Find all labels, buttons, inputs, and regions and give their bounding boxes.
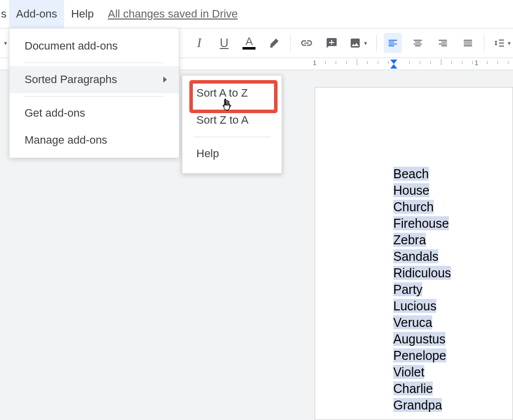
svg-rect-1 bbox=[329, 42, 334, 43]
submenu-separator bbox=[193, 137, 271, 137]
dropdown-document-addons[interactable]: Document add-ons bbox=[10, 33, 179, 60]
indent-marker-top[interactable] bbox=[390, 60, 397, 64]
submenu-sort-za[interactable]: Sort Z to A bbox=[182, 107, 282, 134]
submenu-sorted-paragraphs: Sort A to Z Sort Z to A Help bbox=[182, 75, 282, 174]
linespacing-icon bbox=[493, 37, 505, 49]
doc-word: Beach bbox=[393, 166, 512, 182]
doc-word: Sandals bbox=[393, 248, 512, 265]
doc-word: Firehouse bbox=[393, 215, 512, 232]
ruler-number: 1 bbox=[474, 59, 478, 67]
chevron-right-icon bbox=[163, 77, 167, 83]
doc-word: Penelope bbox=[393, 347, 512, 364]
underline-icon: U bbox=[220, 36, 228, 50]
alignleft-button[interactable] bbox=[384, 33, 402, 53]
dropdown-separator bbox=[25, 96, 164, 97]
menubar: s Add-ons Help All changes saved in Driv… bbox=[0, 0, 513, 28]
alignjustify-icon bbox=[462, 38, 473, 49]
chevron-down-icon[interactable]: ▼ bbox=[3, 41, 8, 46]
document-page[interactable]: Beach House Church Firehouse Zebra Sanda… bbox=[315, 87, 513, 420]
indent-marker-bottom[interactable] bbox=[390, 64, 397, 69]
doc-word: Veruca bbox=[393, 314, 512, 331]
alignleft-icon bbox=[387, 38, 398, 49]
dropdown-get-addons[interactable]: Get add-ons bbox=[10, 100, 179, 127]
dropdown-item-label: Sorted Paragraphs bbox=[25, 73, 117, 86]
ruler-number: 1 bbox=[313, 59, 316, 67]
chevron-down-icon: ▼ bbox=[363, 41, 368, 46]
alignright-icon bbox=[437, 38, 448, 49]
dropdown-manage-addons[interactable]: Manage add-ons bbox=[10, 127, 179, 154]
comment-icon bbox=[326, 37, 338, 49]
dropdown-separator bbox=[25, 63, 164, 63]
textcolor-icon: A bbox=[242, 37, 255, 50]
doc-word: Charlie bbox=[393, 380, 512, 397]
alignjustify-button[interactable] bbox=[459, 33, 477, 53]
toolbar-separator bbox=[376, 35, 377, 51]
linespacing-button[interactable]: ▼ bbox=[491, 33, 513, 53]
underline-button[interactable]: U bbox=[215, 33, 233, 53]
italic-icon: I bbox=[197, 36, 201, 51]
doc-word: Violet bbox=[393, 364, 512, 380]
alignright-button[interactable] bbox=[434, 33, 452, 53]
toolbar-separator bbox=[290, 35, 291, 51]
submenu-sort-az[interactable]: Sort A to Z bbox=[182, 80, 282, 107]
link-icon bbox=[300, 37, 313, 50]
toolbar-separator bbox=[484, 35, 484, 51]
doc-word: Ridiculous bbox=[393, 265, 512, 281]
menu-help[interactable]: Help bbox=[64, 0, 101, 28]
submenu-help[interactable]: Help bbox=[182, 140, 282, 167]
save-status[interactable]: All changes saved in Drive bbox=[108, 8, 237, 21]
aligncenter-icon bbox=[412, 38, 423, 49]
doc-word: Church bbox=[393, 199, 512, 215]
highlight-icon bbox=[268, 37, 280, 49]
insertlink-button[interactable] bbox=[298, 33, 316, 53]
aligncenter-button[interactable] bbox=[409, 33, 427, 53]
doc-word: Augustus bbox=[393, 331, 512, 347]
doc-word: Lucious bbox=[393, 298, 512, 314]
textcolor-button[interactable]: A bbox=[240, 33, 258, 53]
italic-button[interactable]: I bbox=[190, 33, 208, 53]
doc-word: Grandpa bbox=[393, 397, 512, 413]
dropdown-sorted-paragraphs[interactable]: Sorted Paragraphs bbox=[10, 66, 179, 93]
doc-word: Zebra bbox=[393, 232, 512, 248]
highlight-button[interactable] bbox=[265, 33, 283, 53]
chevron-down-icon: ▼ bbox=[507, 41, 512, 46]
comment-button[interactable] bbox=[323, 33, 341, 53]
doc-word: Party bbox=[393, 281, 512, 298]
image-button[interactable]: ▼ bbox=[348, 33, 369, 53]
menu-addons[interactable]: Add-ons bbox=[9, 0, 64, 28]
addons-dropdown: Document add-ons Sorted Paragraphs Get a… bbox=[9, 28, 179, 158]
doc-word: House bbox=[393, 182, 512, 199]
image-icon bbox=[349, 37, 361, 49]
menu-prefix: s bbox=[0, 8, 9, 21]
